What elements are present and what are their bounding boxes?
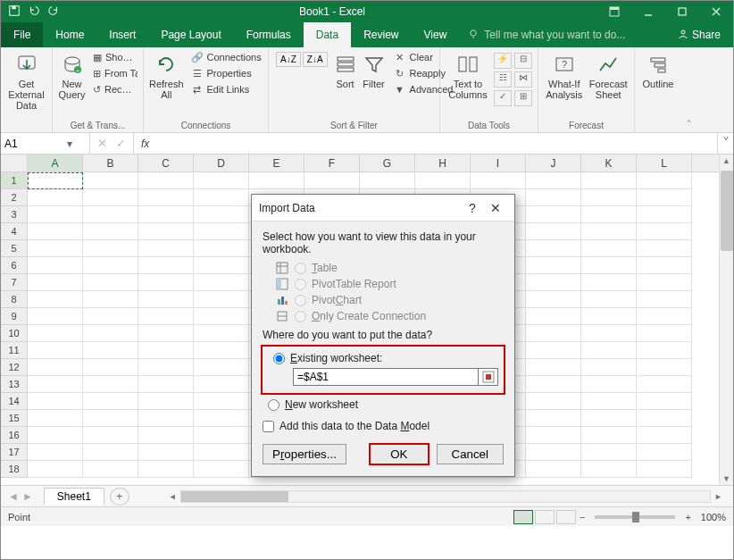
row-header-17[interactable]: 17 xyxy=(1,444,28,461)
row-header-4[interactable]: 4 xyxy=(1,223,28,240)
cell-A4[interactable] xyxy=(28,223,83,240)
cell-C13[interactable] xyxy=(138,376,194,393)
cell-A2[interactable] xyxy=(28,189,83,206)
row-header-5[interactable]: 5 xyxy=(1,240,28,257)
cell-J13[interactable] xyxy=(526,376,581,393)
row-header-3[interactable]: 3 xyxy=(1,206,28,223)
fx-label[interactable]: fx xyxy=(134,133,156,154)
tell-me-search[interactable]: Tell me what you want to do... xyxy=(459,22,665,47)
cell-D2[interactable] xyxy=(194,189,249,206)
cell-D3[interactable] xyxy=(194,206,249,223)
cell-K12[interactable] xyxy=(581,359,637,376)
cell-J1[interactable] xyxy=(526,172,581,189)
cell-A9[interactable] xyxy=(28,308,83,325)
dialog-titlebar[interactable]: Import Data ? ✕ xyxy=(252,195,514,221)
cell-L8[interactable] xyxy=(637,291,692,308)
cell-J4[interactable] xyxy=(526,223,581,240)
cell-J12[interactable] xyxy=(526,359,581,376)
cell-C16[interactable] xyxy=(138,427,194,444)
cell-B2[interactable] xyxy=(83,189,138,206)
cell-C10[interactable] xyxy=(138,325,194,342)
edit-links-button[interactable]: ⇄Edit Links xyxy=(188,82,265,96)
cell-K16[interactable] xyxy=(581,427,637,444)
cell-K10[interactable] xyxy=(581,325,637,342)
column-header-F[interactable]: F xyxy=(304,155,360,171)
cell-A3[interactable] xyxy=(28,206,83,223)
cell-D18[interactable] xyxy=(194,461,249,478)
undo-icon[interactable] xyxy=(28,4,42,19)
zoom-in-button[interactable]: + xyxy=(682,512,693,522)
cell-J3[interactable] xyxy=(526,206,581,223)
cell-J9[interactable] xyxy=(526,308,581,325)
cell-B15[interactable] xyxy=(83,410,138,427)
row-header-1[interactable]: 1 xyxy=(1,172,28,189)
cell-B8[interactable] xyxy=(83,291,138,308)
cell-J17[interactable] xyxy=(526,444,581,461)
name-box-dropdown-icon[interactable]: ▾ xyxy=(67,138,72,150)
cell-J8[interactable] xyxy=(526,291,581,308)
cell-D5[interactable] xyxy=(194,240,249,257)
cell-D4[interactable] xyxy=(194,223,249,240)
data-validation-icon[interactable]: ✓ xyxy=(494,90,512,106)
show-queries-button[interactable]: ▦Show Queries xyxy=(89,50,138,64)
cell-D16[interactable] xyxy=(194,427,249,444)
expand-formula-bar-icon[interactable]: ˅ xyxy=(717,133,733,154)
cancel-button[interactable]: Cancel xyxy=(437,444,505,464)
cell-C17[interactable] xyxy=(138,444,194,461)
cell-L4[interactable] xyxy=(637,223,692,240)
normal-view-button[interactable] xyxy=(513,510,533,524)
cell-L7[interactable] xyxy=(637,274,692,291)
zoom-out-button[interactable]: − xyxy=(577,512,588,522)
cell-C9[interactable] xyxy=(138,308,194,325)
row-header-13[interactable]: 13 xyxy=(1,376,28,393)
cell-C5[interactable] xyxy=(138,240,194,257)
filter-button[interactable]: Filter xyxy=(362,50,387,89)
from-table-button[interactable]: ⊞From Table xyxy=(89,66,138,80)
column-header-K[interactable]: K xyxy=(581,155,637,171)
scroll-right-icon[interactable]: ► xyxy=(711,492,726,501)
cell-K18[interactable] xyxy=(581,461,637,478)
cell-B18[interactable] xyxy=(83,461,138,478)
cell-J6[interactable] xyxy=(526,257,581,274)
formula-input[interactable] xyxy=(156,133,717,154)
get-external-data-button[interactable]: Get External Data xyxy=(6,50,46,111)
cell-K15[interactable] xyxy=(581,410,637,427)
zoom-slider-knob[interactable] xyxy=(632,512,639,522)
cell-C15[interactable] xyxy=(138,410,194,427)
cell-K3[interactable] xyxy=(581,206,637,223)
row-header-11[interactable]: 11 xyxy=(1,342,28,359)
add-to-data-model-row[interactable]: Add this data to the Data Model xyxy=(263,420,504,432)
radio-new-worksheet[interactable] xyxy=(268,399,279,411)
checkbox-add-to-data-model[interactable] xyxy=(263,421,274,432)
recent-sources-button[interactable]: ↺Recent Sources xyxy=(89,82,138,96)
close-icon[interactable] xyxy=(699,1,733,22)
column-header-B[interactable]: B xyxy=(83,155,138,171)
column-header-C[interactable]: C xyxy=(138,155,194,171)
cell-D8[interactable] xyxy=(194,291,249,308)
cell-B1[interactable] xyxy=(83,172,138,189)
range-selector-icon[interactable] xyxy=(479,368,498,386)
cell-A8[interactable] xyxy=(28,291,83,308)
cell-K7[interactable] xyxy=(581,274,637,291)
page-layout-view-button[interactable] xyxy=(535,510,555,524)
add-sheet-button[interactable]: + xyxy=(110,488,129,506)
cell-C3[interactable] xyxy=(138,206,194,223)
cell-D9[interactable] xyxy=(194,308,249,325)
forecast-sheet-button[interactable]: Forecast Sheet xyxy=(588,50,630,100)
cell-J7[interactable] xyxy=(526,274,581,291)
cell-D12[interactable] xyxy=(194,359,249,376)
row-header-18[interactable]: 18 xyxy=(1,461,28,478)
cell-B14[interactable] xyxy=(83,393,138,410)
cell-J14[interactable] xyxy=(526,393,581,410)
cell-L18[interactable] xyxy=(637,461,692,478)
sheet-tab-sheet1[interactable]: Sheet1 xyxy=(44,488,104,505)
row-header-14[interactable]: 14 xyxy=(1,393,28,410)
dialog-close-icon[interactable]: ✕ xyxy=(484,201,507,215)
new-query-button[interactable]: + New Query xyxy=(58,50,86,100)
cell-C8[interactable] xyxy=(138,291,194,308)
cell-K8[interactable] xyxy=(581,291,637,308)
scroll-left-icon[interactable]: ◄ xyxy=(165,492,180,501)
cell-B13[interactable] xyxy=(83,376,138,393)
column-header-E[interactable]: E xyxy=(249,155,304,171)
cell-C14[interactable] xyxy=(138,393,194,410)
